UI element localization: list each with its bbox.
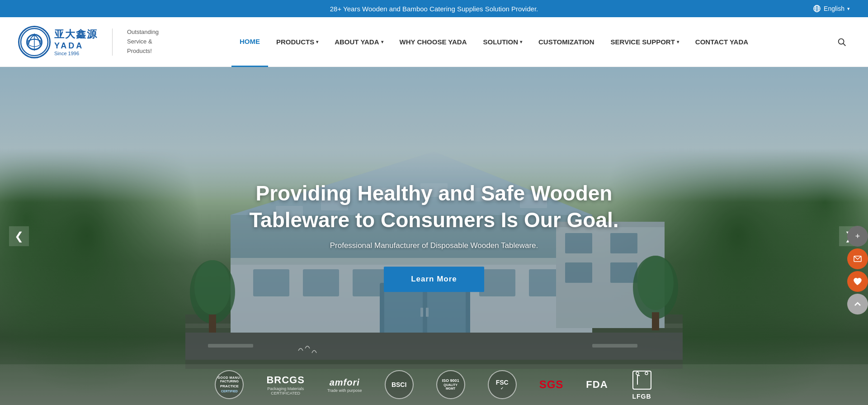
logo-emblem [19, 27, 49, 57]
logo-circle-icon [18, 26, 51, 58]
svg-point-49 [636, 372, 639, 375]
bsci-badge: BSCI [385, 370, 414, 399]
search-icon [837, 37, 847, 47]
chevron-down-icon: ▾ [677, 39, 679, 44]
cert-bsci: BSCI [385, 370, 414, 399]
nav-item-products[interactable]: PRODUCTS ▾ [268, 17, 326, 67]
contact-email-button[interactable] [847, 248, 868, 269]
nav-item-customization[interactable]: CUSTOMIZATION [530, 17, 603, 67]
logo-slogan: Outstanding Service & Products! [127, 28, 159, 56]
certification-bar: GOOD MANU- FACTURING PRACTICE CERTIFIED … [0, 364, 868, 405]
chevron-down-icon: ▾ [316, 39, 318, 44]
chevron-down-icon: ▾ [847, 6, 850, 12]
prev-slide-button[interactable]: ❮ [9, 226, 29, 246]
hero-content: Providing Healthy and Safe Wooden Tablew… [231, 180, 637, 292]
iso-badge: ISO 9001 QUALITY MGMT [436, 370, 465, 399]
logo-year: Since 1996 [54, 51, 98, 56]
globe-icon [813, 5, 821, 13]
cert-gmp: GOOD MANU- FACTURING PRACTICE CERTIFIED [215, 370, 244, 399]
cert-fsc: FSC ✓ [488, 370, 517, 399]
language-selector[interactable]: English ▾ [813, 5, 850, 13]
svg-rect-48 [633, 371, 651, 389]
svg-point-8 [839, 38, 844, 44]
chevron-up-icon [854, 300, 861, 308]
email-icon [853, 254, 862, 263]
chevron-down-icon: ▾ [520, 39, 522, 44]
nav-item-about[interactable]: ABOUT YADA ▾ [326, 17, 391, 67]
svg-line-9 [843, 43, 845, 46]
cert-sgs: SGS [539, 377, 564, 391]
search-button[interactable] [834, 34, 850, 50]
favorites-button[interactable] [847, 271, 868, 292]
learn-more-button[interactable]: Learn More [384, 267, 484, 292]
site-header: 亚大鑫源 YADA Since 1996 Outstanding Service… [0, 17, 868, 67]
lfgb-icon [631, 369, 653, 391]
nav-item-solution[interactable]: SOLUTION ▾ [475, 17, 530, 67]
cert-iso: ISO 9001 QUALITY MGMT [436, 370, 465, 399]
main-nav: HOME PRODUCTS ▾ ABOUT YADA ▾ WHY CHOOSE … [159, 17, 829, 67]
expand-float-button[interactable]: + [847, 226, 868, 247]
logo-divider [112, 29, 113, 56]
svg-point-5 [21, 29, 48, 56]
scroll-up-button[interactable] [847, 294, 868, 314]
heart-icon [853, 277, 862, 286]
hero-title: Providing Healthy and Safe Wooden Tablew… [231, 180, 637, 234]
logo[interactable]: 亚大鑫源 YADA Since 1996 [18, 26, 98, 58]
top-banner: 28+ Years Wooden and Bamboo Catering Sup… [0, 0, 868, 17]
nav-item-service[interactable]: SERVICE SUPPORT ▾ [603, 17, 687, 67]
cert-brcgs: BRCGS Packaging Materials CERTIFICATED [266, 374, 304, 396]
banner-text: 28+ Years Wooden and Bamboo Catering Sup… [330, 5, 538, 13]
cert-lfgb: LFGB [631, 369, 653, 400]
nav-item-why[interactable]: WHY CHOOSE YADA [392, 17, 475, 67]
logo-area: 亚大鑫源 YADA Since 1996 Outstanding Service… [18, 26, 159, 58]
chevron-down-icon: ▾ [381, 39, 383, 44]
cert-amfori: amfori Trade with purpose [327, 376, 362, 393]
fsc-badge: FSC ✓ [488, 370, 517, 399]
gmp-badge: GOOD MANU- FACTURING PRACTICE CERTIFIED [215, 370, 244, 399]
nav-item-contact[interactable]: CONTACT YADA [687, 17, 756, 67]
hero-section: Providing Healthy and Safe Wooden Tablew… [0, 67, 868, 405]
cert-fda: FDA [586, 378, 608, 391]
language-label: English [824, 5, 844, 12]
logo-text: 亚大鑫源 YADA Since 1996 [54, 28, 98, 56]
logo-english: YADA [54, 41, 98, 51]
logo-chinese: 亚大鑫源 [54, 28, 98, 41]
float-action-buttons: + [847, 226, 868, 314]
nav-item-home[interactable]: HOME [231, 17, 268, 67]
svg-point-6 [28, 39, 41, 47]
hero-subtitle: Professional Manufacturer of Disposable … [231, 241, 637, 250]
svg-point-50 [645, 372, 648, 375]
